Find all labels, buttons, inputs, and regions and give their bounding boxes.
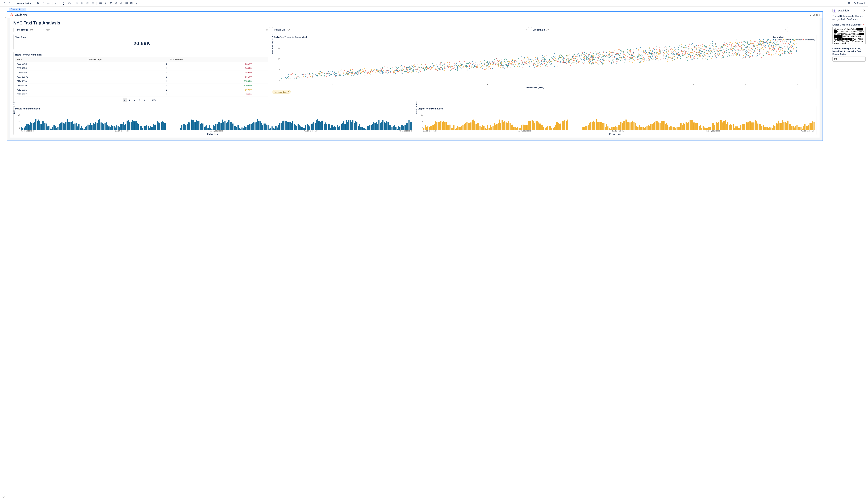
- redo-button[interactable]: ↷: [7, 1, 12, 6]
- refresh-icon: [809, 13, 812, 16]
- svg-rect-28: [854, 3, 855, 4]
- svg-point-2: [76, 3, 76, 3]
- filter-pickup-zip[interactable]: Pickup Zip All ▾: [272, 27, 529, 32]
- page-1[interactable]: 1: [123, 98, 127, 102]
- total-trips-card: Total Trips 20.69K: [13, 34, 270, 50]
- table-row[interactable]: 7311-73111$60.00: [15, 88, 268, 92]
- text-color-button[interactable]: A▾: [62, 1, 66, 6]
- route-revenue-table: RouteNumber TripsTotal Revenue 7002-7002…: [15, 57, 268, 96]
- svg-rect-16: [92, 3, 94, 3]
- height-label: Override the height in pixels, leave bla…: [833, 47, 866, 55]
- align-button[interactable]: ≡▾: [54, 1, 59, 6]
- dropoff-hour-chart: Dropoff Hour Distribution Number of Ride…: [416, 106, 816, 135]
- table-pagination[interactable]: 12345···135›: [15, 96, 268, 102]
- next-page[interactable]: ›: [157, 98, 161, 102]
- total-trips-value: 20.69K: [15, 40, 268, 48]
- drag-handle-icon[interactable]: ⠿: [4, 17, 6, 19]
- time-max-input[interactable]: [46, 29, 264, 31]
- svg-point-27: [848, 2, 850, 4]
- number-list-button[interactable]: 123: [80, 1, 85, 6]
- link-button[interactable]: [103, 1, 108, 6]
- scatter-legend: Day of Week MondaySundayTuesdayWednesday: [773, 36, 815, 41]
- table-row[interactable]: 7114-71141$105.00: [15, 79, 268, 83]
- macro-chip-databricks[interactable]: Databricks: [9, 8, 26, 11]
- table-row[interactable]: 7030-70301$40.00: [15, 66, 268, 71]
- outdent-button[interactable]: [85, 1, 90, 6]
- embed-code-label: Embed Code from Databricks: *: [833, 24, 866, 26]
- svg-rect-25: [127, 2, 127, 4]
- chevron-down-icon: ▾: [785, 29, 786, 31]
- time-min-input[interactable]: [30, 29, 40, 31]
- page-···[interactable]: ···: [147, 98, 151, 102]
- table-row[interactable]: 7002-70022$21.00: [15, 62, 268, 66]
- svg-point-21: [120, 2, 122, 4]
- svg-rect-17: [92, 4, 94, 4]
- page-2[interactable]: 2: [128, 98, 132, 102]
- layout-button[interactable]: [124, 1, 129, 6]
- databricks-logo-icon: [10, 13, 13, 16]
- truncated-badge[interactable]: Truncated data✕: [272, 90, 291, 94]
- fare-scatter-chart: Daily Fare Trends by Day of Week Fare Am…: [272, 34, 816, 89]
- svg-rect-3: [77, 3, 78, 3]
- text-style-select[interactable]: Normal text▾: [15, 1, 33, 6]
- chevron-down-icon: ▾: [526, 29, 527, 31]
- refresh-status[interactable]: 3h ago: [809, 13, 820, 16]
- page-5[interactable]: 5: [142, 98, 146, 102]
- settings-slider-icon: [22, 8, 25, 10]
- svg-rect-14: [86, 4, 88, 4]
- table-row[interactable]: 7718-77371$5.00: [15, 92, 268, 96]
- svg-point-0: [76, 2, 76, 3]
- close-panel-button[interactable]: ✕: [863, 9, 866, 12]
- insert-button[interactable]: ＋▾: [135, 1, 139, 6]
- page-3[interactable]: 3: [133, 98, 137, 102]
- svg-rect-32: [266, 29, 268, 31]
- table-row[interactable]: 7086-70861$40.00: [15, 71, 268, 75]
- svg-rect-24: [126, 2, 126, 4]
- table-row[interactable]: 7310-73101$105.00: [15, 83, 268, 88]
- panel-description: Embed Databricks dashboards and graphs i…: [833, 14, 866, 21]
- svg-rect-7: [82, 2, 83, 3]
- emoji-button[interactable]: [119, 1, 124, 6]
- bold-button[interactable]: B: [35, 1, 40, 6]
- more-format-button[interactable]: •••: [46, 1, 51, 6]
- svg-rect-12: [86, 2, 88, 3]
- record-button[interactable]: Record: [852, 1, 866, 6]
- svg-rect-13: [87, 3, 88, 3]
- databricks-logo-icon: [833, 9, 836, 12]
- undo-button[interactable]: ↶: [2, 1, 7, 6]
- page-135[interactable]: 135: [152, 98, 156, 102]
- dashboard-title: NYC Taxi Trip Analysis: [13, 20, 816, 25]
- italic-button[interactable]: I: [41, 1, 46, 6]
- editor-toolbar: ↶ ↷ Normal text▾ B I ••• ≡▾ A▾ ▾ 123 @ ▾…: [0, 0, 868, 7]
- svg-point-31: [24, 10, 24, 10]
- pickup-hour-chart: Pickup Hour Distribution Number of Rides…: [13, 106, 414, 135]
- svg-rect-15: [92, 2, 94, 3]
- highlight-button[interactable]: ▾: [67, 1, 72, 6]
- filter-time-range[interactable]: Time Range →: [13, 27, 270, 32]
- table-button[interactable]: ▾: [129, 1, 134, 6]
- find-button[interactable]: [847, 1, 852, 6]
- task-button[interactable]: [98, 1, 103, 6]
- close-icon[interactable]: ✕: [287, 91, 289, 93]
- databricks-embed-frame: databricks 3h ago NYC Taxi Trip Analysis…: [7, 11, 823, 141]
- bullet-list-button[interactable]: [75, 1, 80, 6]
- image-button[interactable]: [108, 1, 113, 6]
- svg-text:3: 3: [81, 3, 82, 4]
- filter-dropoff-zip[interactable]: Dropoff Zip All ▾: [531, 27, 788, 32]
- svg-rect-26: [130, 2, 132, 4]
- svg-rect-1: [77, 2, 78, 3]
- route-revenue-card: Route Revenue Attribution RouteNumber Tr…: [13, 52, 270, 104]
- table-row[interactable]: 7087-112311$31.00: [15, 75, 268, 79]
- height-input[interactable]: [833, 56, 866, 62]
- svg-point-30: [23, 9, 23, 9]
- help-button[interactable]: ?: [2, 496, 5, 499]
- page-4[interactable]: 4: [137, 98, 142, 102]
- indent-button[interactable]: [90, 1, 95, 6]
- svg-rect-9: [82, 3, 83, 3]
- svg-point-4: [76, 4, 76, 4]
- svg-point-29: [24, 9, 24, 9]
- macro-config-panel: Databricks ✕ Embed Databricks dashboards…: [830, 7, 868, 501]
- databricks-brand: databricks: [10, 13, 28, 17]
- mention-button[interactable]: @: [114, 1, 118, 6]
- embed-code-textarea[interactable]: [833, 27, 866, 44]
